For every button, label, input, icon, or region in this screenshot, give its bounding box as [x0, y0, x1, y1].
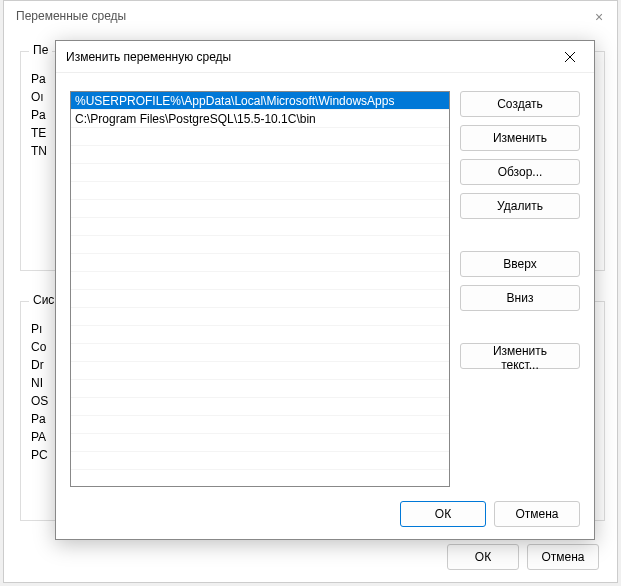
- path-row-empty[interactable]: [71, 344, 449, 362]
- user-vars-label: Пе: [29, 43, 52, 57]
- browse-button[interactable]: Обзор...: [460, 159, 580, 185]
- edit-env-var-dialog: Изменить переменную среды %USERPROFILE%\…: [55, 40, 595, 540]
- path-row-empty[interactable]: [71, 146, 449, 164]
- path-row-empty[interactable]: [71, 128, 449, 146]
- new-button[interactable]: Создать: [460, 91, 580, 117]
- path-row-empty[interactable]: [71, 416, 449, 434]
- path-row-empty[interactable]: [71, 236, 449, 254]
- move-up-button[interactable]: Вверх: [460, 251, 580, 277]
- close-icon: [565, 52, 575, 62]
- path-row-empty[interactable]: [71, 398, 449, 416]
- path-row-empty[interactable]: [71, 182, 449, 200]
- modal-footer: ОК Отмена: [400, 501, 580, 527]
- path-row-empty[interactable]: [71, 452, 449, 470]
- path-list[interactable]: %USERPROFILE%\AppData\Local\Microsoft\Wi…: [70, 91, 450, 487]
- path-row-empty[interactable]: [71, 362, 449, 380]
- move-down-button[interactable]: Вниз: [460, 285, 580, 311]
- path-row-empty[interactable]: [71, 272, 449, 290]
- path-row-empty[interactable]: [71, 290, 449, 308]
- path-row[interactable]: %USERPROFILE%\AppData\Local\Microsoft\Wi…: [71, 92, 449, 110]
- path-row-empty[interactable]: [71, 326, 449, 344]
- modal-cancel-button[interactable]: Отмена: [494, 501, 580, 527]
- bg-footer: ОК Отмена: [447, 544, 599, 570]
- modal-ok-button[interactable]: ОК: [400, 501, 486, 527]
- delete-button[interactable]: Удалить: [460, 193, 580, 219]
- side-buttons: Создать Изменить Обзор... Удалить Вверх …: [460, 91, 580, 487]
- bg-cancel-button[interactable]: Отмена: [527, 544, 599, 570]
- edit-button[interactable]: Изменить: [460, 125, 580, 151]
- path-row-empty[interactable]: [71, 254, 449, 272]
- system-vars-label: Сис: [29, 293, 58, 307]
- path-row-empty[interactable]: [71, 308, 449, 326]
- path-row-empty[interactable]: [71, 218, 449, 236]
- env-vars-title: Переменные среды: [4, 1, 617, 31]
- modal-title: Изменить переменную среды: [66, 50, 556, 64]
- path-row-empty[interactable]: [71, 470, 449, 487]
- path-row-empty[interactable]: [71, 164, 449, 182]
- path-row-empty[interactable]: [71, 380, 449, 398]
- modal-close-button[interactable]: [556, 43, 584, 71]
- modal-titlebar: Изменить переменную среды: [56, 41, 594, 73]
- close-icon[interactable]: ×: [589, 7, 609, 27]
- bg-ok-button[interactable]: ОК: [447, 544, 519, 570]
- path-row-empty[interactable]: [71, 434, 449, 452]
- path-row[interactable]: C:\Program Files\PostgreSQL\15.5-10.1C\b…: [71, 110, 449, 128]
- path-row-empty[interactable]: [71, 200, 449, 218]
- edit-text-button[interactable]: Изменить текст...: [460, 343, 580, 369]
- modal-body: %USERPROFILE%\AppData\Local\Microsoft\Wi…: [70, 91, 580, 487]
